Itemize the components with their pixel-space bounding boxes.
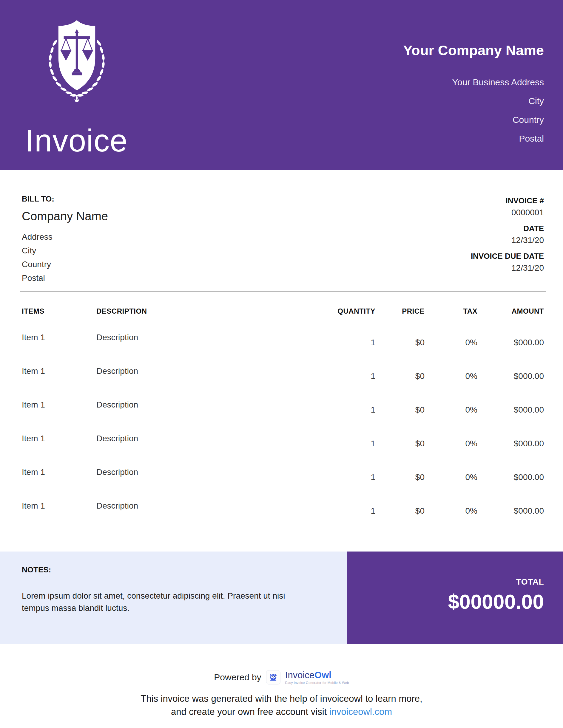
table-row: Item 1 Description 1 $0 0% $000.00 [22, 434, 544, 467]
cell-quantity: 1 [319, 467, 375, 482]
cell-description: Description [96, 333, 319, 342]
bill-to-postal: Postal [22, 271, 108, 285]
cell-price: $0 [375, 400, 425, 415]
table-row: Item 1 Description 1 $0 0% $000.00 [22, 366, 544, 400]
table-row: Item 1 Description 1 $0 0% $000.00 [22, 333, 544, 366]
total-label: TOTAL [347, 577, 544, 587]
column-header-tax: TAX [425, 307, 477, 315]
company-city: City [403, 92, 544, 110]
brand-tagline: Easy Invoice Generator for Mobile & Web [285, 681, 349, 684]
cell-price: $0 [375, 366, 425, 381]
column-header-quantity: QUANTITY [319, 307, 375, 315]
bill-to-address: Address [22, 230, 108, 244]
cell-amount: $000.00 [477, 366, 544, 381]
cell-item: Item 1 [22, 467, 96, 477]
column-header-price: PRICE [375, 307, 425, 315]
powered-by-row: Powered by InvoiceOwl Easy [0, 670, 563, 684]
brand-invoice-text: Invoice [285, 670, 315, 680]
company-address-line: Your Business Address [403, 73, 544, 92]
invoice-number-label: INVOICE # [471, 197, 544, 205]
invoice-date-value: 12/31/20 [471, 236, 544, 244]
bill-to-city: City [22, 244, 108, 258]
cell-description: Description [96, 467, 319, 477]
bill-to-label: BILL TO: [22, 194, 108, 204]
bill-to-company: Company Name [22, 210, 108, 223]
cell-description: Description [96, 434, 319, 443]
cell-description: Description [96, 400, 319, 410]
invoiceowl-brand: InvoiceOwl Easy Invoice Generator for Mo… [285, 670, 349, 684]
brand-owl-text: Owl [315, 670, 332, 680]
company-block: Your Company Name Your Business Address … [403, 43, 544, 148]
cell-amount: $000.00 [477, 333, 544, 347]
footer-note: This invoice was generated with the help… [0, 692, 563, 718]
invoice-number-value: 0000001 [471, 208, 544, 217]
items-table: ITEMS DESCRIPTION QUANTITY PRICE TAX AMO… [22, 292, 544, 535]
invoice-page: Invoice Your Company Name Your Business … [0, 0, 563, 728]
cell-tax: 0% [425, 467, 477, 482]
cell-amount: $000.00 [477, 467, 544, 482]
notes-label: NOTES: [22, 565, 335, 574]
invoice-date-label: DATE [471, 224, 544, 232]
cell-amount: $000.00 [477, 400, 544, 415]
footer-note-line2: and create your own free account visit i… [0, 705, 563, 718]
page-title: Invoice [25, 125, 128, 156]
column-header-description: DESCRIPTION [96, 307, 319, 315]
footer-note-line2-prefix: and create your own free account visit [171, 707, 330, 717]
table-header-row: ITEMS DESCRIPTION QUANTITY PRICE TAX AMO… [22, 307, 544, 315]
cell-price: $0 [375, 467, 425, 482]
invoice-due-date-value: 12/31/20 [471, 264, 544, 272]
invoiceowl-link[interactable]: invoiceowl.com [330, 707, 392, 717]
cell-item: Item 1 [22, 434, 96, 443]
cell-tax: 0% [425, 366, 477, 381]
invoiceowl-owl-icon [266, 670, 280, 684]
company-name: Your Company Name [403, 43, 544, 57]
cell-item: Item 1 [22, 366, 96, 376]
table-row: Item 1 Description 1 $0 0% $000.00 [22, 501, 544, 535]
notes-text: Lorem ipsum dolor sit amet, consectetur … [22, 590, 305, 614]
cell-quantity: 1 [319, 333, 375, 347]
cell-amount: $000.00 [477, 434, 544, 448]
brand-wordmark: InvoiceOwl [285, 670, 332, 680]
cell-description: Description [96, 501, 319, 511]
bottom-panels: NOTES: Lorem ipsum dolor sit amet, conse… [0, 552, 563, 644]
bill-to-country: Country [22, 258, 108, 271]
total-panel: TOTAL $00000.00 [347, 552, 563, 644]
law-firm-shield-scales-logo-icon [45, 16, 109, 105]
table-row: Item 1 Description 1 $0 0% $000.00 [22, 467, 544, 501]
cell-description: Description [96, 366, 319, 376]
cell-price: $0 [375, 434, 425, 448]
notes-panel: NOTES: Lorem ipsum dolor sit amet, conse… [0, 552, 347, 644]
table-row: Item 1 Description 1 $0 0% $000.00 [22, 400, 544, 434]
cell-price: $0 [375, 333, 425, 347]
cell-tax: 0% [425, 400, 477, 415]
cell-quantity: 1 [319, 366, 375, 381]
company-postal: Postal [403, 129, 544, 148]
invoice-due-date-label: INVOICE DUE DATE [471, 252, 544, 260]
cell-item: Item 1 [22, 333, 96, 342]
cell-item: Item 1 [22, 501, 96, 511]
company-country: Country [403, 110, 544, 129]
cell-tax: 0% [425, 333, 477, 347]
cell-price: $0 [375, 501, 425, 516]
cell-quantity: 1 [319, 400, 375, 415]
footer: Powered by InvoiceOwl Easy [0, 670, 563, 718]
cell-quantity: 1 [319, 434, 375, 448]
header-banner: Invoice Your Company Name Your Business … [0, 0, 563, 170]
table-body: Item 1 Description 1 $0 0% $000.00 Item … [22, 333, 544, 535]
cell-quantity: 1 [319, 501, 375, 516]
bill-to-block: BILL TO: Company Name Address City Count… [22, 194, 108, 285]
column-header-items: ITEMS [22, 307, 96, 315]
cell-item: Item 1 [22, 400, 96, 410]
footer-note-line1: This invoice was generated with the help… [0, 692, 563, 705]
total-value: $00000.00 [347, 591, 544, 612]
cell-tax: 0% [425, 434, 477, 448]
cell-amount: $000.00 [477, 501, 544, 516]
invoice-meta-block: INVOICE # 0000001 DATE 12/31/20 INVOICE … [471, 197, 544, 280]
column-header-amount: AMOUNT [477, 307, 544, 315]
powered-by-label: Powered by [214, 672, 261, 682]
cell-tax: 0% [425, 501, 477, 516]
